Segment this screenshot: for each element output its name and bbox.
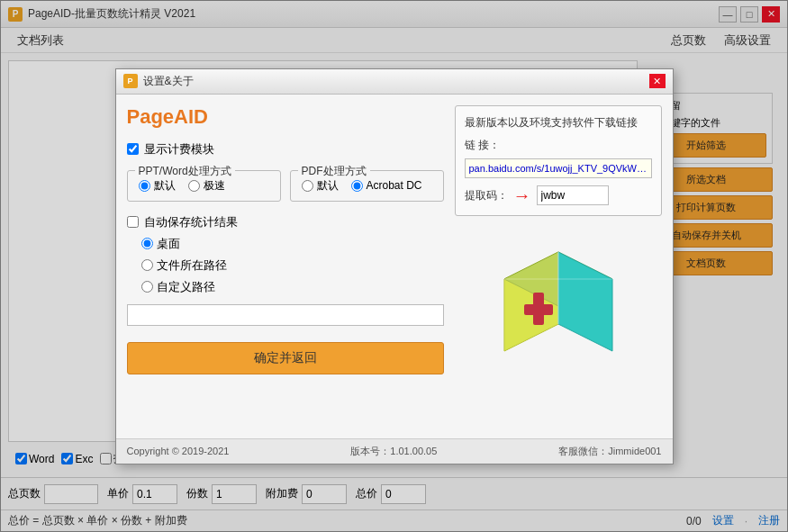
save-file-path-label: 文件所在路径: [157, 257, 227, 274]
save-custom-path-label: 自定义路径: [157, 279, 215, 295]
brand-name: PageAID: [127, 105, 444, 129]
ppt-word-fast[interactable]: 极速: [188, 178, 225, 194]
pdf-label: PDF处理方式: [298, 164, 370, 179]
pdf-default[interactable]: 默认: [302, 178, 339, 194]
link-value-row: [465, 158, 652, 178]
ppt-word-label: PPT/Word处理方式: [135, 164, 235, 179]
custom-path-input[interactable]: [127, 304, 444, 326]
pdf-radio-row: 默认 Acrobat DC: [302, 178, 432, 194]
ppt-word-fast-label: 极速: [204, 178, 225, 194]
extract-label: 提取码：: [465, 188, 508, 203]
settings-modal: P 设置&关于 ✕ PageAID 显示计费模块 PPT/Word处理方式: [115, 68, 674, 464]
download-link-input[interactable]: [465, 158, 652, 178]
auto-save-group: 自动保存统计结果: [127, 214, 444, 230]
pdf-group: PDF处理方式 默认 Acrobat DC: [290, 170, 444, 202]
show-billing-label: 显示计费模块: [144, 141, 214, 158]
modal-title-bar: P 设置&关于 ✕: [116, 69, 673, 95]
pdf-acrobat-radio[interactable]: [351, 180, 363, 192]
ppt-word-group: PPT/Word处理方式 默认 极速: [127, 170, 281, 202]
pdf-acrobat[interactable]: Acrobat DC: [351, 179, 422, 192]
copyright-text: Copyright © 2019-2021: [127, 446, 230, 456]
svg-rect-5: [524, 304, 553, 315]
save-file-path-option[interactable]: 文件所在路径: [141, 257, 444, 274]
svg-marker-2: [558, 252, 612, 351]
ppt-word-default[interactable]: 默认: [139, 178, 176, 194]
svg-marker-3: [504, 252, 558, 351]
processing-groups: PPT/Word处理方式 默认 极速: [127, 167, 444, 202]
save-desktop-label: 桌面: [157, 236, 180, 252]
ppt-word-radio-row: 默认 极速: [139, 178, 269, 194]
pdf-acrobat-label: Acrobat DC: [367, 179, 422, 192]
modal-close-button[interactable]: ✕: [649, 74, 666, 88]
modal-footer: Copyright © 2019-2021 版本号：1.01.00.05 客服微…: [116, 438, 673, 464]
extraction-row: 提取码： →: [465, 185, 652, 206]
auto-save-checkbox[interactable]: [127, 216, 139, 228]
version-text: 版本号：1.01.00.05: [350, 445, 437, 458]
pdf-default-radio[interactable]: [302, 180, 313, 192]
save-desktop-radio[interactable]: [141, 238, 153, 249]
show-billing-checkbox[interactable]: [127, 143, 139, 155]
modal-right-panel: 最新版本以及环境支持软件下载链接 链 接： 提取码： →: [455, 105, 662, 428]
save-desktop-option[interactable]: 桌面: [141, 236, 444, 252]
save-custom-path-option[interactable]: 自定义路径: [141, 279, 444, 295]
save-file-path-radio[interactable]: [141, 259, 153, 271]
save-custom-path-radio[interactable]: [141, 281, 153, 293]
cube-illustration: [486, 225, 630, 369]
modal-left-panel: PageAID 显示计费模块 PPT/Word处理方式 默认: [127, 105, 444, 428]
ppt-word-default-label: 默认: [154, 178, 176, 194]
auto-save-label: 自动保存统计结果: [144, 214, 238, 230]
pdf-default-label: 默认: [317, 178, 339, 194]
download-title: 最新版本以及环境支持软件下载链接: [465, 115, 652, 131]
modal-overlay: P 设置&关于 ✕ PageAID 显示计费模块 PPT/Word处理方式: [0, 0, 788, 532]
arrow-icon: →: [513, 185, 531, 206]
customer-service-text: 客服微信：Jimmide001: [558, 445, 661, 458]
link-label: 链 接：: [465, 138, 500, 153]
download-section: 最新版本以及环境支持软件下载链接 链 接： 提取码： →: [455, 105, 662, 216]
show-billing-group: 显示计费模块: [127, 141, 444, 158]
auto-save-section: 自动保存统计结果 桌面 文件所在路径 自定义路径: [127, 214, 444, 326]
modal-body: PageAID 显示计费模块 PPT/Word处理方式 默认: [116, 95, 673, 438]
modal-title: 设置&关于: [143, 74, 649, 89]
ppt-word-default-radio[interactable]: [139, 180, 150, 192]
ppt-word-fast-radio[interactable]: [188, 180, 200, 192]
extract-code-input[interactable]: [537, 185, 609, 205]
modal-icon: P: [123, 74, 138, 88]
link-row: 链 接：: [465, 138, 652, 153]
confirm-button[interactable]: 确定并返回: [127, 342, 444, 374]
